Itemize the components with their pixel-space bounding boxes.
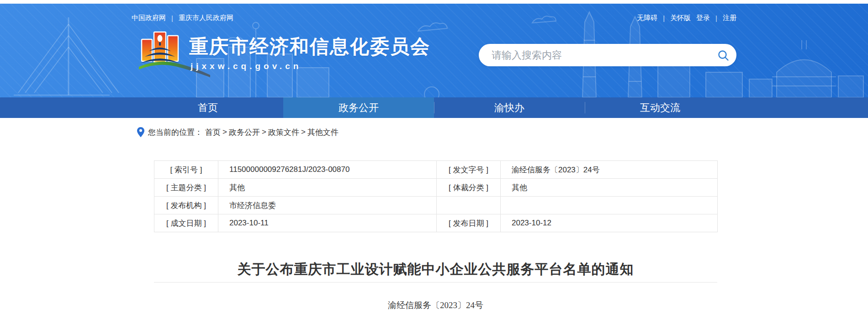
breadcrumb-gov-disclosure[interactable]: 政务公开 bbox=[229, 127, 260, 138]
nav-items: 首页 政务公开 渝快办 互动交流 bbox=[132, 97, 736, 118]
link-chongqing-gov[interactable]: 重庆市人民政府网 bbox=[179, 14, 233, 22]
meta-value-genre-category: 其他 bbox=[501, 179, 718, 197]
link-login[interactable]: 登录 bbox=[696, 14, 710, 22]
link-care-version[interactable]: 关怀版 bbox=[670, 14, 691, 22]
meta-label-written-date: [ 成文日期 ] bbox=[154, 214, 218, 232]
meta-value-doc-symbol: 渝经信服务〔2023〕24号 bbox=[501, 161, 718, 179]
meta-label-doc-symbol: [ 发文字号 ] bbox=[437, 161, 501, 179]
site-url: jjxxw.cq.gov.cn bbox=[191, 61, 302, 71]
search-input[interactable] bbox=[491, 49, 710, 62]
breadcrumb: 您当前的位置： 首页 > 政务公开 > 政策文件 > 其他文件 bbox=[137, 126, 339, 138]
meta-value-issuing-agency: 市经济信息委 bbox=[218, 197, 437, 214]
account-links: 无障碍 | 关怀版 登录 | 注册 bbox=[637, 14, 736, 22]
article-doc-number: 渝经信服务〔2023〕24号 bbox=[154, 299, 717, 311]
title-divider bbox=[154, 282, 717, 283]
document-meta-table: [ 索引号 ] 11500000009276281J/2023-00870 [ … bbox=[154, 160, 718, 232]
breadcrumb-separator: > bbox=[301, 128, 306, 137]
article-title: 关于公布重庆市工业设计赋能中小企业公共服务平台名单的通知 bbox=[154, 260, 717, 279]
meta-label-index-no: [ 索引号 ] bbox=[154, 161, 218, 179]
meta-label-genre-category: [ 体裁分类 ] bbox=[437, 179, 501, 197]
separator: | bbox=[171, 14, 173, 22]
search-button[interactable] bbox=[710, 44, 736, 66]
meta-value-subject-category: 其他 bbox=[218, 179, 437, 197]
breadcrumb-other-files[interactable]: 其他文件 bbox=[307, 127, 339, 138]
meta-value-index-no: 11500000009276281J/2023-00870 bbox=[218, 161, 437, 179]
meta-value-written-date: 2023-10-11 bbox=[218, 214, 437, 232]
separator: | bbox=[715, 14, 717, 22]
breadcrumb-home[interactable]: 首页 bbox=[205, 127, 221, 138]
breadcrumb-prefix: 您当前的位置： bbox=[148, 127, 202, 138]
nav-item-gov-disclosure[interactable]: 政务公开 bbox=[283, 97, 434, 118]
nav-item-yukuaiban[interactable]: 渝快办 bbox=[434, 97, 585, 118]
meta-value-empty bbox=[501, 197, 718, 214]
meta-label-issuing-agency: [ 发布机构 ] bbox=[154, 197, 218, 214]
site-banner: 中国政府网 | 重庆市人民政府网 无障碍 | 关怀版 登录 | 注册 bbox=[0, 4, 868, 97]
meta-value-publish-date: 2023-10-12 bbox=[501, 214, 718, 232]
gov-site-links: 中国政府网 | 重庆市人民政府网 bbox=[132, 14, 233, 22]
utility-links-bar: 中国政府网 | 重庆市人民政府网 无障碍 | 关怀版 登录 | 注册 bbox=[0, 12, 868, 24]
link-china-gov[interactable]: 中国政府网 bbox=[132, 14, 166, 22]
site-search bbox=[479, 44, 736, 66]
meta-label-subject-category: [ 主题分类 ] bbox=[154, 179, 218, 197]
nav-item-home[interactable]: 首页 bbox=[132, 97, 283, 118]
location-pin-icon bbox=[137, 127, 144, 137]
breadcrumb-separator: > bbox=[262, 128, 266, 137]
main-navigation: 首页 政务公开 渝快办 互动交流 bbox=[0, 97, 868, 118]
breadcrumb-policy-files[interactable]: 政策文件 bbox=[268, 127, 299, 138]
top-white-strip bbox=[0, 0, 868, 4]
search-icon bbox=[717, 49, 729, 61]
separator: | bbox=[663, 14, 665, 22]
nav-item-interaction[interactable]: 互动交流 bbox=[585, 97, 736, 118]
meta-label-publish-date: [ 发布日期 ] bbox=[437, 214, 501, 232]
link-accessibility[interactable]: 无障碍 bbox=[637, 14, 657, 22]
meta-label-empty bbox=[437, 197, 501, 214]
link-register[interactable]: 注册 bbox=[723, 14, 736, 22]
breadcrumb-separator: > bbox=[222, 128, 227, 137]
